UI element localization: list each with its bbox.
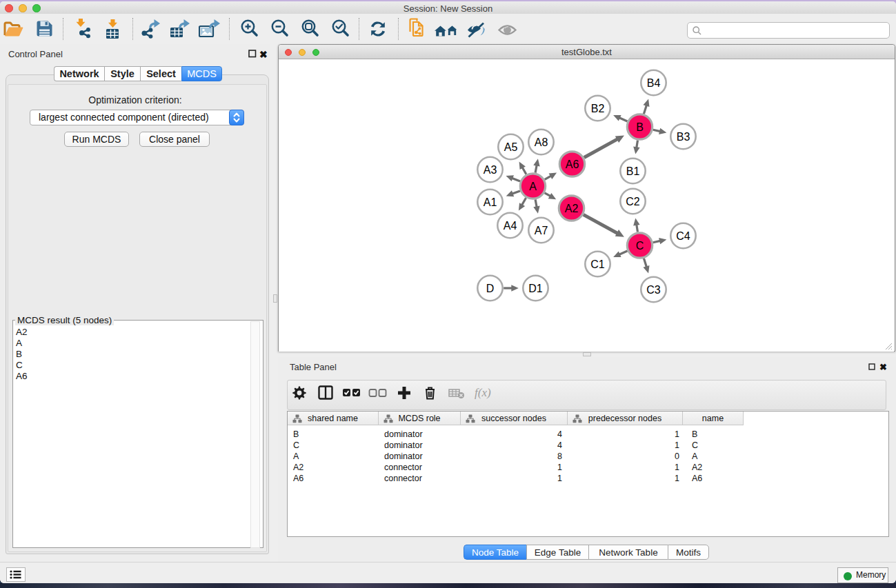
svg-text:A5: A5	[504, 141, 518, 153]
svg-text:f(x): f(x)	[475, 386, 491, 399]
svg-text:C2: C2	[626, 196, 640, 207]
svg-text:A1: A1	[484, 196, 497, 208]
svg-text:D1: D1	[528, 283, 543, 294]
svg-text:D: D	[486, 283, 495, 294]
svg-text:A: A	[529, 181, 537, 192]
svg-text:C3: C3	[646, 284, 661, 296]
svg-text:C1: C1	[590, 258, 605, 270]
svg-text:B2: B2	[591, 103, 605, 114]
svg-text:B3: B3	[677, 131, 690, 143]
svg-text:A7: A7	[535, 225, 548, 236]
svg-text:B4: B4	[647, 77, 661, 89]
svg-text:A6: A6	[566, 159, 579, 170]
svg-text:B1: B1	[626, 165, 640, 177]
svg-text:C: C	[636, 240, 644, 252]
svg-text:A8: A8	[535, 136, 548, 148]
svg-text:A3: A3	[484, 164, 497, 176]
svg-text:A4: A4	[504, 220, 517, 232]
svg-text:A2: A2	[565, 203, 579, 214]
svg-text:C4: C4	[676, 230, 690, 242]
svg-text:B: B	[636, 121, 644, 133]
